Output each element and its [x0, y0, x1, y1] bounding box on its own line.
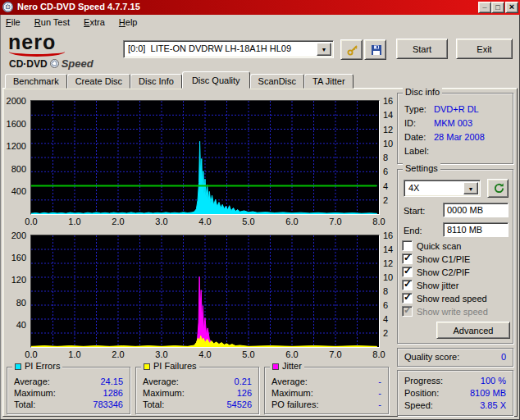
menu-file[interactable]: File [0, 15, 26, 30]
settings-checkbox-list: Quick scan ✓Show C1/PIE ✓Show C2/PIF ✓Sh… [402, 240, 512, 319]
x-axis-tick: 6.0 [281, 349, 303, 359]
x-axis-tick: 3.0 [150, 349, 173, 359]
drive-select[interactable]: [0:0] LITE-ON DVDRW LH-18A1H HL09 ▼ [123, 40, 334, 58]
pi-errors-chart: 200016001200800400 161412108642 0.01.02.… [2, 100, 397, 228]
start-field[interactable]: 0000 MB [443, 203, 509, 217]
progress-label: Progress: [404, 376, 443, 386]
tab-scandisc[interactable]: ScanDisc [250, 74, 304, 89]
menu-run-test[interactable]: Run Test [29, 15, 75, 30]
start-button[interactable]: Start [396, 39, 448, 59]
check-icon: ✓ [404, 278, 412, 290]
check-icon: ✓ [404, 252, 412, 263]
checkbox-box[interactable]: ✓ [402, 253, 413, 264]
key-icon [346, 43, 359, 57]
position-label: Position: [404, 388, 439, 398]
disc-date-value: 28 Mar 2008 [434, 132, 485, 142]
drive-select-value: [0:0] LITE-ON DVDRW LH-18A1H HL09 [128, 43, 291, 53]
app-window: Nero CD-DVD Speed 4.7.7.15 _ □ × File Ru… [0, 0, 520, 420]
register-key-button[interactable] [340, 39, 363, 60]
x-axis-tick: 1.0 [63, 217, 86, 226]
x-axis-tick: 1.0 [63, 349, 86, 359]
y-axis-tick: 1600 [2, 119, 26, 129]
title-bar[interactable]: Nero CD-DVD Speed 4.7.7.15 _ □ × [0, 0, 520, 15]
y-axis-tick: 80 [2, 298, 26, 308]
pi-failures-color-chip [144, 363, 150, 370]
x-axis-tick: 2.0 [107, 349, 130, 359]
speed-select[interactable]: 4X ▼ [404, 180, 481, 197]
minimize-button[interactable]: _ [478, 2, 491, 13]
checkbox-box[interactable]: ✓ [402, 267, 413, 277]
x-axis-tick: 0.0 [20, 217, 43, 226]
checkbox-show-c2-pif[interactable]: ✓Show C2/PIF [402, 267, 512, 277]
quality-score-box: Quality score:0 [397, 348, 513, 367]
y-axis-tick: 800 [2, 164, 26, 174]
tab-disc-quality[interactable]: Disc Quality [182, 71, 250, 89]
y-axis-tick: 200 [2, 231, 26, 240]
tab-benchmark[interactable]: Benchmark [5, 74, 67, 89]
stat-value: - [378, 388, 381, 398]
speed-axis-tick: 16 [383, 96, 393, 106]
checkbox-show-jitter[interactable]: ✓Show jitter [402, 280, 512, 290]
stat-label: Maximum: [143, 388, 185, 398]
speed-axis-tick: 4 [383, 181, 388, 191]
advanced-button[interactable]: Advanced [436, 322, 510, 339]
stat-value: - [378, 399, 381, 409]
logo-disc-icon [50, 59, 59, 68]
x-axis-tick: 7.0 [324, 217, 347, 226]
checkbox-box[interactable]: ✓ [402, 293, 413, 304]
pi-failures-y-axis: 2001601208040 [2, 235, 29, 361]
pi-errors-x-axis: 0.01.02.03.04.05.06.07.08.0 [31, 217, 379, 226]
nero-logo: nero CD·DVD Speed [8, 34, 120, 71]
checkbox-label: Show write speed [417, 307, 488, 317]
checkbox-label: Show C2/PIF [417, 267, 470, 277]
check-icon: ✓ [404, 304, 412, 316]
nero-logo-swoosh [9, 47, 65, 57]
y-axis-tick: 40 [2, 320, 26, 330]
x-axis-tick: 6.0 [281, 217, 303, 226]
speed-axis-tick: 12 [383, 258, 393, 268]
pi-failures-chart: 2001601208040 161412108642 0.01.02.03.04… [2, 235, 397, 361]
maximize-button[interactable]: □ [491, 2, 504, 13]
menu-bar: File Run Test Extra Help [0, 15, 520, 30]
tab-create-disc[interactable]: Create Disc [67, 74, 130, 89]
checkbox-show-read-speed[interactable]: ✓Show read speed [402, 293, 512, 304]
tab-ta-jitter[interactable]: TA Jitter [304, 74, 354, 89]
checkbox-box[interactable]: ✓ [402, 280, 413, 290]
x-axis-tick: 0.0 [20, 349, 43, 359]
speed-y-axis-top: 161412108642 [381, 100, 397, 228]
save-results-button[interactable] [364, 39, 386, 60]
save-icon [370, 43, 383, 57]
checkbox-show-c1-pie[interactable]: ✓Show C1/PIE [402, 253, 512, 264]
tab-disc-info[interactable]: Disc Info [130, 74, 182, 89]
speed-axis-tick: 6 [383, 167, 388, 176]
checkbox-label: Quick scan [417, 241, 461, 251]
stat-value: - [378, 377, 381, 386]
close-button[interactable]: × [505, 2, 518, 13]
x-axis-tick: 4.0 [194, 349, 217, 359]
stat-label: Maximum: [14, 388, 56, 398]
refresh-button[interactable] [487, 179, 509, 198]
settings-title: Settings [405, 163, 438, 174]
speed-axis-tick: 10 [383, 272, 393, 282]
disc-info-box: Disc info Type:DVD+R DL ID:MKM 003 Date:… [397, 93, 513, 164]
menu-extra[interactable]: Extra [78, 15, 111, 30]
checkbox-box[interactable] [402, 240, 413, 251]
stat-label: Total: [14, 399, 35, 409]
pi-failures-x-axis: 0.01.02.03.04.05.06.07.08.0 [31, 349, 379, 359]
menu-help[interactable]: Help [113, 15, 144, 30]
dropdown-arrow-icon[interactable]: ▼ [317, 43, 331, 56]
stat-value: 0.21 [235, 377, 252, 386]
end-field[interactable]: 8110 MB [443, 222, 509, 237]
speed-axis-tick: 2 [383, 195, 388, 205]
y-axis-tick: 1200 [2, 141, 26, 151]
window-title: Nero CD-DVD Speed 4.7.7.15 [17, 2, 140, 11]
exit-button[interactable]: Exit [456, 39, 513, 59]
speed-axis-tick: 14 [383, 244, 393, 254]
checkbox-quick-scan[interactable]: Quick scan [402, 240, 512, 251]
stat-value: 126 [237, 388, 252, 398]
checkbox-show-write-speed[interactable]: ✓Show write speed [402, 306, 512, 317]
y-axis-tick: 120 [2, 275, 26, 285]
dropdown-arrow-icon[interactable]: ▼ [463, 182, 478, 194]
stat-value: 1286 [103, 388, 123, 398]
refresh-icon [493, 182, 505, 194]
